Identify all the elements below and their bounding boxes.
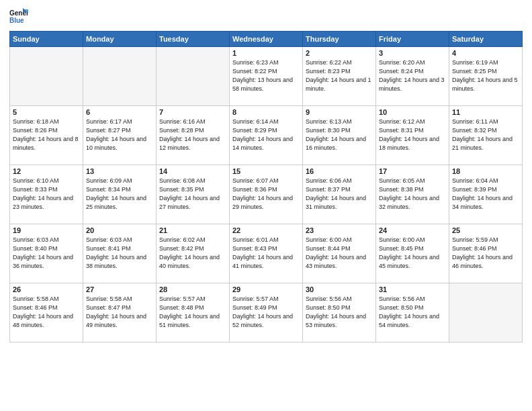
day-number: 20 [86,226,153,234]
day-info: Sunrise: 6:06 AMSunset: 8:37 PMDaylight:… [306,177,373,212]
day-cell: 9Sunrise: 6:13 AMSunset: 8:30 PMDaylight… [303,106,376,165]
day-info: Sunrise: 6:08 AMSunset: 8:35 PMDaylight:… [159,177,226,212]
day-info: Sunrise: 6:20 AMSunset: 8:24 PMDaylight:… [379,58,446,93]
day-info: Sunrise: 6:03 AMSunset: 8:41 PMDaylight:… [86,236,153,271]
svg-text:Blue: Blue [9,17,24,24]
day-cell: 27Sunrise: 5:58 AMSunset: 8:47 PMDayligh… [83,283,157,342]
day-cell: 5Sunrise: 6:18 AMSunset: 8:26 PMDaylight… [10,106,83,165]
day-cell: 4Sunrise: 6:19 AMSunset: 8:25 PMDaylight… [449,47,523,106]
page: General Blue SundayMondayTuesdayWednesda… [0,0,532,411]
day-number: 12 [13,167,80,175]
day-cell [157,47,230,106]
day-info: Sunrise: 5:57 AMSunset: 8:48 PMDaylight:… [159,295,226,330]
day-info: Sunrise: 6:01 AMSunset: 8:43 PMDaylight:… [232,236,300,271]
day-cell: 15Sunrise: 6:07 AMSunset: 8:36 PMDayligh… [230,165,303,224]
day-number: 10 [379,108,446,116]
calendar-table: SundayMondayTuesdayWednesdayThursdayFrid… [9,31,523,342]
day-cell: 20Sunrise: 6:03 AMSunset: 8:41 PMDayligh… [83,224,157,283]
day-info: Sunrise: 5:57 AMSunset: 8:49 PMDaylight:… [232,295,300,330]
week-row-5: 26Sunrise: 5:58 AMSunset: 8:46 PMDayligh… [10,283,523,342]
day-cell: 28Sunrise: 5:57 AMSunset: 8:48 PMDayligh… [157,283,230,342]
day-number: 22 [232,226,300,234]
day-info: Sunrise: 5:58 AMSunset: 8:46 PMDaylight:… [13,295,80,330]
day-number: 25 [452,226,519,234]
day-cell: 7Sunrise: 6:16 AMSunset: 8:28 PMDaylight… [157,106,230,165]
day-cell [449,283,523,342]
day-number: 28 [159,285,226,293]
day-cell: 19Sunrise: 6:03 AMSunset: 8:40 PMDayligh… [10,224,83,283]
day-number: 5 [13,108,80,116]
day-number: 8 [232,108,300,116]
day-number: 26 [13,285,80,293]
day-number: 6 [86,108,153,116]
day-number: 29 [232,285,300,293]
day-info: Sunrise: 6:03 AMSunset: 8:40 PMDaylight:… [13,236,80,271]
day-number: 30 [306,285,373,293]
day-cell: 2Sunrise: 6:22 AMSunset: 8:23 PMDaylight… [303,47,376,106]
day-number: 13 [86,167,153,175]
day-info: Sunrise: 6:19 AMSunset: 8:25 PMDaylight:… [452,58,519,93]
weekday-header-sunday: Sunday [10,32,83,47]
day-number: 19 [13,226,80,234]
day-number: 31 [379,285,446,293]
day-number: 3 [379,49,446,57]
day-cell: 25Sunrise: 5:59 AMSunset: 8:46 PMDayligh… [449,224,523,283]
day-cell: 30Sunrise: 5:56 AMSunset: 8:50 PMDayligh… [303,283,376,342]
day-cell: 17Sunrise: 6:05 AMSunset: 8:38 PMDayligh… [376,165,449,224]
day-number: 17 [379,167,446,175]
day-cell: 11Sunrise: 6:11 AMSunset: 8:32 PMDayligh… [449,106,523,165]
day-info: Sunrise: 6:00 AMSunset: 8:44 PMDaylight:… [306,236,373,271]
logo-icon: General Blue [9,7,28,26]
day-info: Sunrise: 6:07 AMSunset: 8:36 PMDaylight:… [232,177,300,212]
day-number: 21 [159,226,226,234]
day-cell: 16Sunrise: 6:06 AMSunset: 8:37 PMDayligh… [303,165,376,224]
day-info: Sunrise: 5:56 AMSunset: 8:50 PMDaylight:… [306,295,373,330]
day-cell: 23Sunrise: 6:00 AMSunset: 8:44 PMDayligh… [303,224,376,283]
day-cell: 18Sunrise: 6:04 AMSunset: 8:39 PMDayligh… [449,165,523,224]
day-cell: 12Sunrise: 6:10 AMSunset: 8:33 PMDayligh… [10,165,83,224]
day-number: 14 [159,167,226,175]
day-number: 9 [306,108,373,116]
day-info: Sunrise: 6:02 AMSunset: 8:42 PMDaylight:… [159,236,226,271]
day-number: 15 [232,167,300,175]
day-info: Sunrise: 6:12 AMSunset: 8:31 PMDaylight:… [379,118,446,152]
day-number: 7 [159,108,226,116]
day-cell: 31Sunrise: 5:56 AMSunset: 8:50 PMDayligh… [376,283,449,342]
day-cell [10,47,83,106]
day-info: Sunrise: 6:10 AMSunset: 8:33 PMDaylight:… [13,177,80,212]
weekday-header-tuesday: Tuesday [157,32,230,47]
day-cell: 6Sunrise: 6:17 AMSunset: 8:27 PMDaylight… [83,106,157,165]
day-info: Sunrise: 5:58 AMSunset: 8:47 PMDaylight:… [86,295,153,330]
day-cell: 1Sunrise: 6:23 AMSunset: 8:22 PMDaylight… [230,47,303,106]
day-info: Sunrise: 6:13 AMSunset: 8:30 PMDaylight:… [306,118,373,152]
day-info: Sunrise: 6:09 AMSunset: 8:34 PMDaylight:… [86,177,153,212]
week-row-1: 1Sunrise: 6:23 AMSunset: 8:22 PMDaylight… [10,47,523,106]
weekday-header-friday: Friday [376,32,449,47]
day-info: Sunrise: 5:59 AMSunset: 8:46 PMDaylight:… [452,236,519,271]
weekday-header-wednesday: Wednesday [230,32,303,47]
day-info: Sunrise: 5:56 AMSunset: 8:50 PMDaylight:… [379,295,446,330]
day-cell [83,47,157,106]
day-cell: 21Sunrise: 6:02 AMSunset: 8:42 PMDayligh… [157,224,230,283]
day-cell: 24Sunrise: 6:00 AMSunset: 8:45 PMDayligh… [376,224,449,283]
day-info: Sunrise: 6:18 AMSunset: 8:26 PMDaylight:… [13,118,80,152]
day-info: Sunrise: 6:00 AMSunset: 8:45 PMDaylight:… [379,236,446,271]
weekday-header-row: SundayMondayTuesdayWednesdayThursdayFrid… [10,32,523,47]
week-row-3: 12Sunrise: 6:10 AMSunset: 8:33 PMDayligh… [10,165,523,224]
logo: General Blue [9,7,31,26]
day-cell: 13Sunrise: 6:09 AMSunset: 8:34 PMDayligh… [83,165,157,224]
day-cell: 14Sunrise: 6:08 AMSunset: 8:35 PMDayligh… [157,165,230,224]
day-info: Sunrise: 6:22 AMSunset: 8:23 PMDaylight:… [306,58,373,93]
day-number: 23 [306,226,373,234]
day-cell: 8Sunrise: 6:14 AMSunset: 8:29 PMDaylight… [230,106,303,165]
header: General Blue [9,7,523,26]
weekday-header-monday: Monday [83,32,157,47]
day-info: Sunrise: 6:17 AMSunset: 8:27 PMDaylight:… [86,118,153,152]
day-info: Sunrise: 6:23 AMSunset: 8:22 PMDaylight:… [232,58,300,93]
day-cell: 29Sunrise: 5:57 AMSunset: 8:49 PMDayligh… [230,283,303,342]
day-cell: 26Sunrise: 5:58 AMSunset: 8:46 PMDayligh… [10,283,83,342]
weekday-header-thursday: Thursday [303,32,376,47]
day-number: 4 [452,49,519,57]
day-number: 1 [232,49,300,57]
day-info: Sunrise: 6:16 AMSunset: 8:28 PMDaylight:… [159,118,226,152]
